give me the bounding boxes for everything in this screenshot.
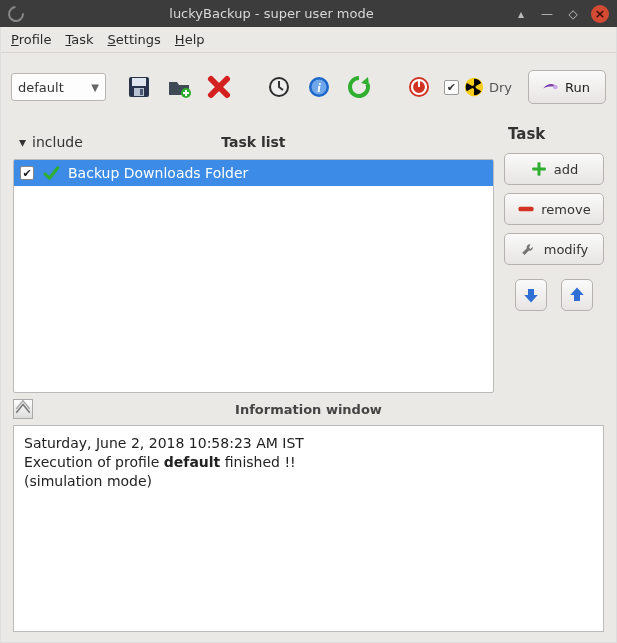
profile-select-value: default <box>18 80 64 95</box>
task-section-title: Task <box>504 125 604 149</box>
menu-task[interactable]: Task <box>65 32 93 47</box>
arrow-up-icon <box>568 286 586 304</box>
close-button[interactable]: × <box>591 5 609 23</box>
task-row-checkbox[interactable]: ✔ <box>20 166 34 180</box>
modify-task-label: modify <box>544 242 589 257</box>
include-label: include <box>32 134 83 150</box>
task-actions-panel: Task add remove modify <box>504 125 604 393</box>
task-ok-icon <box>42 164 60 182</box>
reorder-buttons <box>504 279 604 311</box>
minus-icon <box>517 204 535 214</box>
svg-rect-3 <box>140 89 143 95</box>
shutdown-icon[interactable] <box>402 70 436 104</box>
move-up-button[interactable] <box>561 279 593 311</box>
remove-task-label: remove <box>541 202 590 217</box>
dry-label: Dry <box>489 80 512 95</box>
info-timestamp: Saturday, June 2, 2018 10:58:23 AM IST <box>24 434 593 453</box>
toolbar-icons: i <box>122 70 436 104</box>
run-swish-icon <box>541 78 559 96</box>
menubar: Profile Task Settings Help <box>1 27 616 53</box>
arrow-down-icon <box>522 286 540 304</box>
info-sim-line: (simulation mode) <box>24 472 593 491</box>
task-list-panel: ▾ include Task list ✔ Backup Downloads F… <box>13 125 494 393</box>
svg-rect-1 <box>132 78 146 86</box>
task-panel: ▾ include Task list ✔ Backup Downloads F… <box>13 125 604 393</box>
minimize-button[interactable]: — <box>539 6 555 22</box>
task-row[interactable]: ✔ Backup Downloads Folder <box>14 160 493 186</box>
task-list-title: Task list <box>83 134 424 150</box>
task-row-label: Backup Downloads Folder <box>68 165 248 181</box>
maximize-button[interactable]: ◇ <box>565 6 581 22</box>
dry-run-group: ✔ Dry <box>444 76 512 98</box>
content-area: ▾ include Task list ✔ Backup Downloads F… <box>1 121 616 642</box>
save-icon[interactable] <box>122 70 156 104</box>
svg-text:i: i <box>317 80 321 95</box>
delete-icon[interactable] <box>202 70 236 104</box>
remove-task-button[interactable]: remove <box>504 193 604 225</box>
include-arrow-icon: ▾ <box>19 134 26 150</box>
wrench-icon <box>520 240 538 258</box>
menu-help[interactable]: Help <box>175 32 205 47</box>
task-list[interactable]: ✔ Backup Downloads Folder <box>13 159 494 393</box>
add-task-label: add <box>554 162 578 177</box>
window-controls: ▴ — ◇ × <box>513 5 609 23</box>
svg-point-15 <box>553 85 558 90</box>
app-icon <box>5 2 28 25</box>
run-label: Run <box>565 80 590 95</box>
keep-above-icon[interactable]: ▴ <box>513 6 529 22</box>
menu-profile[interactable]: Profile <box>11 32 51 47</box>
info-window-title: Information window <box>33 402 584 417</box>
svg-rect-18 <box>519 207 534 212</box>
window-titlebar: luckyBackup - super user mode ▴ — ◇ × <box>0 0 617 27</box>
chevron-down-icon: ▼ <box>91 82 99 93</box>
toolbar: default ▼ i <box>1 53 616 121</box>
dry-checkbox[interactable]: ✔ <box>444 80 459 95</box>
info-toggle-icon[interactable] <box>13 399 33 419</box>
task-list-header: ▾ include Task list <box>13 125 494 159</box>
info-window-body[interactable]: Saturday, June 2, 2018 10:58:23 AM IST E… <box>13 425 604 632</box>
schedule-icon[interactable] <box>262 70 296 104</box>
modify-task-button[interactable]: modify <box>504 233 604 265</box>
add-task-button[interactable]: add <box>504 153 604 185</box>
include-toggle[interactable]: ▾ include <box>13 134 83 150</box>
info-exec-line: Execution of profile default finished !! <box>24 453 593 472</box>
info-window-header: Information window <box>13 393 604 425</box>
refresh-icon[interactable] <box>342 70 376 104</box>
info-icon[interactable]: i <box>302 70 336 104</box>
menu-settings[interactable]: Settings <box>108 32 161 47</box>
main-window: Profile Task Settings Help default ▼ i <box>0 27 617 643</box>
run-button[interactable]: Run <box>528 70 606 104</box>
svg-rect-12 <box>418 79 420 87</box>
window-title: luckyBackup - super user mode <box>30 6 513 21</box>
svg-rect-17 <box>532 168 546 171</box>
radiation-icon <box>463 76 485 98</box>
profile-select[interactable]: default ▼ <box>11 73 106 101</box>
move-down-button[interactable] <box>515 279 547 311</box>
folder-add-icon[interactable] <box>162 70 196 104</box>
plus-icon <box>530 160 548 178</box>
